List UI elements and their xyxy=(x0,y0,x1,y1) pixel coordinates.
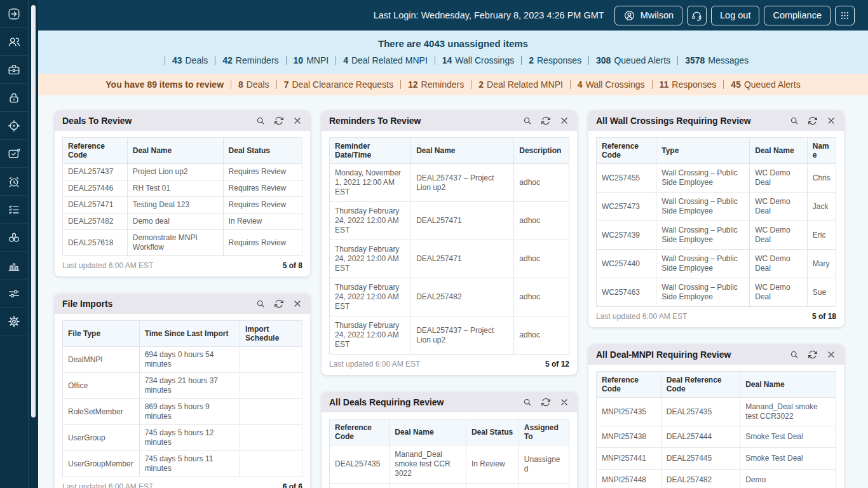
apps-grid-button[interactable] xyxy=(835,6,855,25)
table-row[interactable]: Office734 days 21 hours 37 minutes xyxy=(63,373,302,399)
table-row[interactable]: Thursday February 24, 2022 12:00 AM ESTD… xyxy=(330,202,569,240)
table-row[interactable]: DealMNPI694 days 0 hours 54 minutes xyxy=(63,347,302,373)
sidebar-item-deals[interactable] xyxy=(0,56,28,84)
sidebar-item-sign-in[interactable] xyxy=(0,0,28,28)
stat-divider xyxy=(286,56,287,65)
table-cell: DealMNPI xyxy=(63,347,140,373)
message-status-icon xyxy=(7,147,21,161)
table-row[interactable]: DEAL257435Manand_Deal smoke test CCR 302… xyxy=(330,445,569,484)
table-row[interactable]: Thursday February 24, 2022 12:00 AM ESTD… xyxy=(330,278,569,316)
sidebar-item-messages[interactable] xyxy=(0,140,28,168)
stat-divider xyxy=(276,80,277,89)
table-row[interactable]: DEAL257436Manand_DealEMP CCR3302 smokete… xyxy=(330,484,569,488)
search-icon[interactable] xyxy=(255,116,266,126)
table-header-row: Reminder Date/TimeDeal NameDescription xyxy=(330,138,569,164)
refresh-icon[interactable] xyxy=(541,397,551,407)
table-row[interactable]: Thursday February 24, 2022 12:00 AM ESTD… xyxy=(330,316,569,355)
search-icon[interactable] xyxy=(789,349,799,360)
table-row[interactable]: WC257455Wall Crossing – Public Side Empl… xyxy=(597,164,836,193)
page-scrollbar-thumb[interactable] xyxy=(31,5,36,417)
refresh-icon[interactable] xyxy=(808,116,818,126)
card-reminders-to-review: Reminders To Review Reminder Date/TimeDe… xyxy=(322,111,577,375)
stat-divider xyxy=(435,56,435,65)
table-row[interactable]: DEAL257437Project Lion up2Requires Revie… xyxy=(63,164,302,180)
sidebar-item-security[interactable] xyxy=(0,84,28,112)
table-row[interactable]: MNPI257438DEAL257444Smoke Test Deal xyxy=(597,426,836,448)
table-row[interactable]: DEAL257446RH Test 01Requires Review xyxy=(63,180,302,197)
column-header: Deal Status xyxy=(466,419,519,445)
dashboard-content: Deals To Review Reference CodeDeal NameD… xyxy=(38,95,868,488)
column-header: Name xyxy=(807,138,836,164)
support-button[interactable] xyxy=(687,6,707,25)
table-row[interactable]: Monday, November 1, 2021 12:00 AM ESTDEA… xyxy=(330,164,569,202)
table-row[interactable]: MNPI257448DEAL257482Demo xyxy=(597,470,836,488)
table-row[interactable]: WC257473Wall Crossing – Public Side Empl… xyxy=(597,193,836,221)
column-header: Assigned To xyxy=(519,419,569,445)
stat-item: 45Queued Alerts xyxy=(731,79,800,90)
table-row[interactable]: RoleSetMember869 days 5 hours 9 minutes xyxy=(63,399,302,425)
column-header: Deal Name xyxy=(390,419,466,445)
sidebar-item-tasks[interactable] xyxy=(0,196,28,224)
user-button[interactable]: Mwilson xyxy=(614,6,682,25)
table-header-row: Reference CodeDeal Reference CodeDeal Na… xyxy=(597,372,836,398)
sliders-icon xyxy=(7,287,21,301)
dashboard-column-2: Reminders To Review Reminder Date/TimeDe… xyxy=(322,111,577,488)
sidebar-item-settings[interactable] xyxy=(0,308,28,336)
sidebar-item-reminders[interactable] xyxy=(0,168,28,196)
table-row[interactable]: WC257463Wall Crossing – Public Side Empl… xyxy=(597,278,836,307)
sidebar-item-surveillance[interactable] xyxy=(0,224,28,252)
table-row[interactable]: MNPI257441DEAL257445Smoke Test Deal xyxy=(597,448,836,470)
table-row[interactable]: UserGroupMember745 days 5 hours 11 minut… xyxy=(63,451,302,477)
card-body: Reminder Date/TimeDeal NameDescriptionMo… xyxy=(322,131,577,355)
search-icon[interactable] xyxy=(522,397,532,407)
table-row[interactable]: DEAL257618Demonstrate MNPI WorkflowRequi… xyxy=(63,230,302,256)
refresh-icon[interactable] xyxy=(274,116,284,126)
refresh-icon[interactable] xyxy=(808,349,818,360)
table-cell: Manand_Deal smoke test CCR 3022 xyxy=(390,445,466,484)
stat-divider xyxy=(723,80,724,89)
table-cell: 745 days 5 hours 11 minutes xyxy=(139,451,240,477)
row-count: 6 of 6 xyxy=(283,482,302,488)
close-icon[interactable] xyxy=(559,116,569,126)
logout-button[interactable]: Log out xyxy=(711,6,759,25)
table-row[interactable]: DEAL257471Testing Deal 123Requires Revie… xyxy=(63,197,302,214)
close-icon[interactable] xyxy=(292,116,302,126)
table-cell: WC257455 xyxy=(597,164,656,193)
card-wall-crossings: All Wall Crossings Requiring Review Refe… xyxy=(588,111,844,327)
column-header: Type xyxy=(656,138,750,164)
last-updated-text: Last updated 6:00 AM EST xyxy=(62,261,153,270)
column-header: Import Schedule xyxy=(240,321,302,347)
table-cell: WC257473 xyxy=(597,193,656,221)
table-cell: Manand_DealEMP CCR3302 smoketest xyxy=(390,484,466,488)
sidebar-item-reports[interactable] xyxy=(0,252,28,280)
app-root: Last Login: Wednesday, February 8, 2023 … xyxy=(0,0,868,488)
refresh-icon[interactable] xyxy=(541,116,551,126)
close-icon[interactable] xyxy=(292,299,302,309)
table-cell: adhoc xyxy=(514,164,569,202)
stat-divider xyxy=(400,80,401,89)
sidebar-item-controls[interactable] xyxy=(0,280,28,308)
search-icon[interactable] xyxy=(255,299,266,309)
table-row[interactable]: WC257440Wall Crossing – Public Side Empl… xyxy=(597,250,836,278)
table-cell: Sue xyxy=(807,278,836,307)
search-icon[interactable] xyxy=(522,116,532,126)
close-icon[interactable] xyxy=(826,116,836,126)
close-icon[interactable] xyxy=(559,397,569,407)
table-row[interactable]: Thursday February 24, 2022 12:00 AM ESTD… xyxy=(330,240,569,278)
search-icon[interactable] xyxy=(789,116,799,126)
compliance-button[interactable]: Compliance xyxy=(764,6,831,25)
close-icon[interactable] xyxy=(826,349,836,360)
table-cell: Project Lion up2 xyxy=(127,164,223,180)
table-row[interactable]: DEAL257482Demo dealIn Review xyxy=(63,214,302,230)
table-row[interactable]: WC257439Wall Crossing – Public Side Empl… xyxy=(597,221,836,250)
table-row[interactable]: MNPI257435DEAL257435Manand_Deal smoke te… xyxy=(597,398,836,426)
table-cell: DEAL257445 xyxy=(661,448,740,470)
card-header: All Deals Requiring Review xyxy=(322,392,577,412)
sidebar-item-target[interactable] xyxy=(0,112,28,140)
table-row[interactable]: UserGroup745 days 5 hours 12 minutes xyxy=(63,425,302,451)
refresh-icon[interactable] xyxy=(274,299,284,309)
users-icon xyxy=(7,35,21,49)
row-count: 5 of 8 xyxy=(283,261,302,270)
sidebar-item-users[interactable] xyxy=(0,28,28,56)
table-cell: WC Demo Deal xyxy=(750,278,807,307)
